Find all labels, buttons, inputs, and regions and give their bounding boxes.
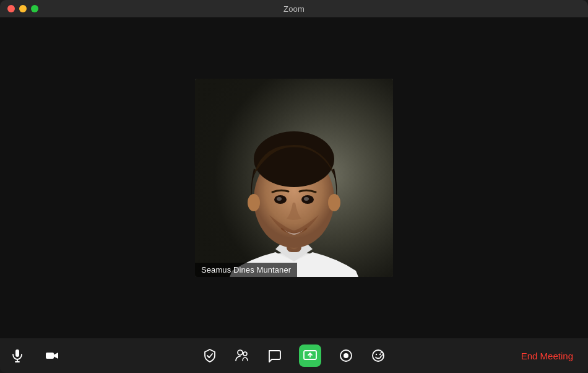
svg-point-20 xyxy=(344,353,348,358)
minimize-button[interactable] xyxy=(19,5,27,12)
close-button[interactable] xyxy=(7,5,15,12)
svg-point-9 xyxy=(304,197,309,201)
svg-point-5 xyxy=(254,131,334,187)
security-icon xyxy=(202,348,217,363)
svg-point-11 xyxy=(328,194,340,211)
video-button[interactable] xyxy=(45,348,59,363)
security-button[interactable] xyxy=(202,348,217,363)
reactions-icon xyxy=(371,348,386,363)
record-button[interactable] xyxy=(339,348,353,363)
svg-point-23 xyxy=(379,354,381,355)
participant-video xyxy=(195,79,393,277)
svg-point-16 xyxy=(238,350,243,355)
video-area: Seamus Dines Muntaner xyxy=(0,17,588,338)
participants-icon xyxy=(235,348,249,363)
mute-button[interactable] xyxy=(10,348,25,363)
camera-icon xyxy=(45,348,59,363)
svg-point-10 xyxy=(248,194,260,211)
svg-point-22 xyxy=(376,354,377,355)
window-controls[interactable] xyxy=(7,5,38,12)
participants-button[interactable] xyxy=(235,348,249,363)
person-image xyxy=(195,79,393,277)
window-title: Zoom xyxy=(283,4,305,14)
share-icon xyxy=(303,348,318,363)
svg-point-8 xyxy=(277,197,282,201)
chat-icon xyxy=(267,348,282,363)
reactions-button[interactable] xyxy=(371,348,386,363)
maximize-button[interactable] xyxy=(31,5,38,12)
svg-rect-12 xyxy=(15,349,19,357)
toolbar-center xyxy=(202,344,386,367)
microphone-icon xyxy=(10,348,25,363)
video-tile: Seamus Dines Muntaner xyxy=(195,79,393,277)
end-meeting-button[interactable]: End Meeting xyxy=(516,348,578,364)
chat-button[interactable] xyxy=(267,348,282,363)
svg-rect-15 xyxy=(46,353,54,359)
share-screen-button[interactable] xyxy=(299,344,321,367)
title-bar: Zoom xyxy=(0,0,588,17)
svg-point-17 xyxy=(243,352,247,356)
share-indicator xyxy=(299,344,321,367)
toolbar-left xyxy=(10,348,59,363)
participant-name-label: Seamus Dines Muntaner xyxy=(195,263,297,277)
toolbar: End Meeting xyxy=(0,338,588,373)
toolbar-right: End Meeting xyxy=(516,348,578,364)
record-icon xyxy=(339,348,353,363)
